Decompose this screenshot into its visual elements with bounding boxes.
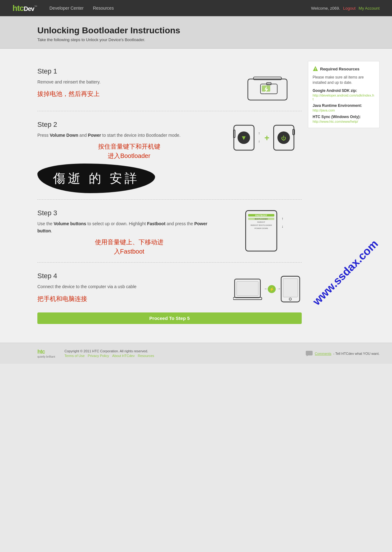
rr-item2-title: Java Runtime Environment: [313, 103, 375, 108]
logo[interactable]: htcDev™ [12, 3, 37, 13]
step1-title: Step 1 [37, 67, 221, 75]
svg-text:↑: ↑ [258, 131, 260, 136]
warning-icon: ! [313, 66, 318, 72]
svg-text:FASTBOOT: FASTBOOT [255, 214, 267, 217]
step2-text: Step 2 Press Volume Down and Power to st… [37, 121, 221, 160]
step3-desc: Use the Volume buttons to select up or d… [37, 220, 221, 234]
footer-logo: htc quietly brilliant [37, 349, 55, 358]
step3-title: Step 3 [37, 209, 221, 217]
step2-section: Step 2 Press Volume Down and Power to st… [37, 111, 302, 200]
step3-illustration: FASTBOOT BOOTLOADER REBOOT REBOOT BOOTLO… [243, 209, 292, 253]
step4-chinese: 把手机和电脑连接 [37, 294, 221, 303]
required-resources-title: ! Required Resources [313, 66, 375, 72]
nav-resources[interactable]: Resources [93, 6, 114, 11]
rr-item1-title: Google Android SDK zip: [313, 88, 375, 93]
comments-icon [305, 350, 313, 357]
step4-row: Step 4 Connect the device to the compute… [37, 272, 302, 306]
step1-desc: Remove and reinsert the battery. [37, 79, 221, 85]
step2-chinese: 按住音量键下和开机键进入Bootloader [37, 142, 221, 160]
footer-about[interactable]: About HTCdev [112, 354, 135, 358]
svg-text:↓: ↓ [281, 224, 283, 229]
step1-section: Step 1 Remove and reinsert the battery. … [37, 58, 302, 111]
page-subtitle: Take the following steps to Unlock your … [37, 37, 380, 42]
step2-desc: Press Volume Down and Power to start the… [37, 132, 221, 139]
rr-item2-link[interactable]: http://java.com [313, 108, 375, 112]
nav-welcome: Welcome, z069. [311, 6, 340, 11]
footer-links: Copyright © 2011 HTC Corporation. All ri… [64, 349, 154, 358]
step4-desc: Connect the device to the computer via a… [37, 283, 221, 290]
steps-column: Step 1 Remove and reinsert the battery. … [37, 58, 302, 340]
footer-comments-link[interactable]: Comments [315, 352, 331, 355]
nav-right: Welcome, z069. Logout My Account [311, 6, 380, 11]
step4-image: ← ⚡ → [233, 272, 302, 306]
logo-c: c [20, 3, 24, 13]
footer-tagline: quietly brilliant [37, 355, 55, 358]
svg-rect-16 [246, 211, 277, 251]
required-resources-box: ! Required Resources Please make sure al… [308, 61, 380, 128]
step1-chinese: 拔掉电池，然后再安上 [37, 89, 221, 98]
footer-logo-text: htc [37, 349, 45, 355]
nav-logout[interactable]: Logout [343, 6, 356, 11]
step1-image [233, 67, 302, 105]
page-title: Unlocking Bootloader Instructions [37, 26, 380, 36]
footer-right: Comments - Tell HTCdev what YOU want. [305, 350, 380, 357]
step4-section: Step 4 Connect the device to the compute… [37, 263, 302, 340]
step2-illustration: ▼ ↑ ↓ + ⏻ [233, 121, 302, 155]
rr-item3-link[interactable]: http://www.htc.com/www/help/ [313, 120, 375, 123]
svg-text:←: ← [264, 286, 268, 291]
nav-links: Developer Center Resources [50, 6, 114, 11]
svg-text:↓: ↓ [258, 139, 260, 143]
svg-text:+: + [264, 133, 269, 143]
rr-item1-link[interactable]: http://developer.android.com/sdk/index.h… [313, 93, 375, 101]
footer-privacy[interactable]: Privacy Policy [88, 354, 109, 358]
nav-developer-center[interactable]: Developer Center [50, 6, 84, 11]
svg-text:REBOOT: REBOOT [257, 221, 265, 223]
ink-splash-text: 傷逝 的 安詳 [53, 171, 139, 185]
logo-dev: Dev [24, 5, 34, 12]
svg-text:!: ! [315, 67, 316, 71]
rr-note: Please make sure all items are installed… [313, 75, 375, 85]
navbar: htcDev™ Developer Center Resources Welco… [0, 0, 392, 16]
footer-comments-suffix: - Tell HTCdev what YOU want. [333, 352, 380, 355]
svg-text:↑: ↑ [281, 217, 283, 221]
svg-rect-3 [267, 83, 271, 85]
logo-h: h [12, 3, 17, 13]
svg-text:BOOTLOADER: BOOTLOADER [255, 218, 268, 220]
footer-copyright: Copyright © 2011 HTC Corporation. All ri… [64, 349, 154, 353]
step3-image: FASTBOOT BOOTLOADER REBOOT REBOOT BOOTLO… [233, 209, 302, 253]
svg-marker-42 [307, 355, 308, 356]
footer-terms[interactable]: Terms of Use [64, 354, 85, 358]
footer-resources[interactable]: Resources [138, 354, 154, 358]
svg-rect-31 [237, 281, 258, 296]
svg-rect-41 [306, 351, 313, 355]
step1-text: Step 1 Remove and reinsert the battery. … [37, 67, 221, 98]
svg-rect-37 [283, 278, 298, 297]
rr-item3-title: HTC Sync (Windows Only): [313, 115, 375, 119]
step4-illustration: ← ⚡ → [233, 272, 302, 306]
step3-text: Step 3 Use the Volume buttons to select … [37, 209, 221, 256]
step2-image: ▼ ↑ ↓ + ⏻ [233, 121, 302, 155]
logo-tm: ™ [34, 5, 37, 8]
main-content: Step 1 Remove and reinsert the battery. … [0, 49, 392, 343]
step2-title: Step 2 [37, 121, 221, 129]
step3-chinese: 使用音量键上、下移动进入Fastboot [37, 237, 221, 256]
svg-point-38 [289, 298, 291, 300]
proceed-to-step5-button[interactable]: Proceed To Step 5 [37, 312, 302, 324]
footer: htc quietly brilliant Copyright © 2011 H… [0, 343, 392, 364]
svg-text:⏻: ⏻ [281, 136, 286, 141]
svg-text:▼: ▼ [241, 134, 247, 141]
svg-text:→: → [277, 286, 281, 291]
page-header: Unlocking Bootloader Instructions Take t… [0, 16, 392, 49]
svg-text:⚡: ⚡ [269, 287, 275, 292]
step1-illustration [239, 67, 295, 105]
step4-text: Step 4 Connect the device to the compute… [37, 272, 221, 303]
svg-text:POWER DOWN: POWER DOWN [254, 227, 268, 229]
nav-myaccount[interactable]: My Account [359, 6, 380, 11]
svg-text:REBOOT BOOTLOADER: REBOOT BOOTLOADER [251, 224, 272, 226]
step4-title: Step 4 [37, 272, 221, 280]
logo-t: t [17, 3, 20, 13]
svg-rect-1 [253, 77, 281, 80]
footer-link-row: Terms of Use Privacy Policy About HTCdev… [64, 354, 154, 358]
step3-section: Step 3 Use the Volume buttons to select … [37, 200, 302, 263]
